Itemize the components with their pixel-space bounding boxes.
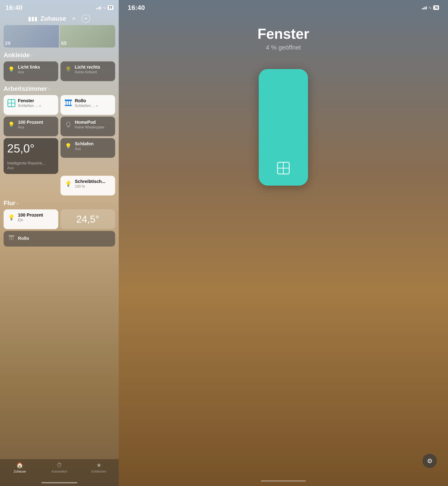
detail-subtitle: 4 % geöffnet [266,44,301,51]
svg-rect-7 [65,105,72,106]
status-bar-left: 16:40 ∿ 77 [0,0,119,12]
section-ankleide-title: Ankleide [4,51,30,59]
svg-point-9 [67,126,69,127]
rollo-flur-name: Rollo [18,236,29,241]
schlafen-status: Aus [75,147,93,151]
svg-rect-11 [8,235,14,237]
homepod-name: HomePod [75,120,104,125]
rollo-status: Schließen ... ⚙ [75,104,98,108]
gear-icon: ⚙ [427,457,432,465]
signal-icon-right [422,6,427,9]
section-flur-header[interactable]: Flur › [4,199,115,207]
device-homepod[interactable]: HomePod Keine Wiedergabe [60,116,115,136]
mixed-row-temp: 25,0° Intelligente Raumre... Aus 💡 Schla… [4,138,115,174]
licht-links-status: Aus [18,70,40,74]
bottom-nav: 🏠 Zuhause ⏱ Automation ★ Entdecken [0,459,119,486]
device-schreibtisch[interactable]: 💡 Schreibtisch... 100 % [60,176,115,196]
nav-zuhause-label: Zuhause [14,470,26,473]
section-ankleide-header[interactable]: Ankleide › [4,51,115,59]
temp-name: Intelligente Raumre... [7,161,55,166]
100prozent-status: Aus [18,125,43,129]
ankleide-chevron-icon: › [31,53,33,58]
schreibtisch-icon: 💡 [64,180,72,188]
left-content: 29 65 Ankleide › 💡 Licht links Aus [0,25,119,459]
top-image-strip: 29 65 [4,25,115,48]
nav-automation-label: Automation [52,470,67,473]
signal-icon-left [96,6,101,9]
detail-title: Fenster [257,25,309,42]
rollo-flur-icon [7,234,16,243]
window-device[interactable] [259,69,308,186]
status-icons-right: ∿ 76 [422,5,439,10]
home-title: Zuhause [40,15,66,22]
nav-automation[interactable]: ⏱ Automation [50,462,68,473]
strip-item-2: 65 [60,25,115,48]
entdecken-nav-icon: ★ [96,462,102,469]
window-device-wrap [259,69,308,186]
home-nav-icon: 🏠 [16,462,23,469]
header-bar: ▮▮▮ Zuhause + ••• [0,12,119,25]
device-flur-100prozent[interactable]: 💡 100 Prozent Ein [4,209,58,229]
ankleide-grid: 💡 Licht links Aus 💡 Licht rechts Keine A… [4,61,115,81]
wifi-icon-left: ∿ [103,6,106,10]
home-indicator-left [41,482,77,483]
licht-links-icon: 💡 [7,65,16,74]
battery-right: 76 [433,5,439,10]
status-bar-right: 16:40 ∿ 76 [119,0,448,12]
homepod-status: Keine Wiedergabe [75,125,104,129]
temp-value: 25,0° [7,142,55,155]
100prozent-name: 100 Prozent [18,120,43,125]
section-arbeitszimmer-header[interactable]: Arbeitszimmer › [4,85,115,92]
homepod-icon [64,120,72,129]
nav-entdecken-label: Entdecken [92,470,106,473]
nav-entdecken[interactable]: ★ Entdecken [90,462,108,473]
device-fenster[interactable]: Fenster Schließen ... ⚙ [4,95,58,115]
more-icon[interactable]: ••• [81,14,90,23]
device-licht-rechts[interactable]: 💡 Licht rechts Keine Antwort [60,61,115,81]
arbeitszimmer-grid-1: Fenster Schließen ... ⚙ [4,95,115,115]
licht-rechts-name: Licht rechts [75,65,100,70]
svg-point-8 [66,122,70,126]
time-left: 16:40 [5,4,23,11]
licht-rechts-icon: 💡 [64,65,72,74]
licht-rechts-status: Keine Antwort [75,70,100,74]
device-rollo-flur[interactable]: Rollo [4,231,115,247]
status-icons-left: ∿ 77 [96,5,113,10]
add-icon[interactable]: + [70,15,78,23]
flur-chevron-icon: › [17,201,18,206]
arbeitszimmer-chevron-icon: › [49,86,50,91]
right-panel: 16:40 ∿ 76 Fenster 4 % geöffnet [119,0,448,486]
flur-100prozent-name: 100 Prozent [18,213,43,218]
device-temp-raumre[interactable]: 25,0° Intelligente Raumre... Aus [4,138,58,174]
fenster-icon [7,99,16,107]
device-licht-links[interactable]: 💡 Licht links Aus [4,61,58,81]
detail-content: Fenster 4 % geöffnet [119,12,448,186]
rollo-icon [64,99,72,107]
device-schlafen[interactable]: 💡 Schlafen Aus [60,138,115,158]
left-panel: 16:40 ∿ 77 ▮▮▮ Zuhause + ••• 29 [0,0,119,486]
schreibtisch-row: 💡 Schreibtisch... 100 % [4,176,115,196]
fenster-name: Fenster [18,98,41,103]
device-flur-temp[interactable]: 24,5° [60,209,115,229]
arbeitszimmer-grid-2: 💡 100 Prozent Aus [4,116,115,136]
rollo-name: Rollo [75,98,98,103]
flur-100prozent-icon: 💡 [7,213,16,222]
automation-nav-icon: ⏱ [56,462,62,469]
licht-links-name: Licht links [18,65,40,70]
flur-100prozent-status: Ein [18,218,43,222]
device-rollo[interactable]: Rollo Schließen ... ⚙ [60,95,115,115]
wifi-icon-right: ∿ [429,6,432,10]
flur-row-1: 💡 100 Prozent Ein 24,5° [4,209,115,229]
schlafen-icon: 💡 [64,142,72,150]
siri-icon[interactable]: ▮▮▮ [29,15,37,23]
100prozent-icon: 💡 [7,120,16,129]
window-device-icon [277,161,290,178]
device-100-prozent[interactable]: 💡 100 Prozent Aus [4,116,58,136]
time-right: 16:40 [128,4,145,11]
svg-rect-3 [65,99,72,101]
home-indicator-right [261,480,306,482]
battery-left: 77 [108,5,113,10]
nav-zuhause[interactable]: 🏠 Zuhause [11,462,29,473]
temp-status: Aus [7,166,55,170]
gear-button[interactable]: ⚙ [423,454,437,468]
